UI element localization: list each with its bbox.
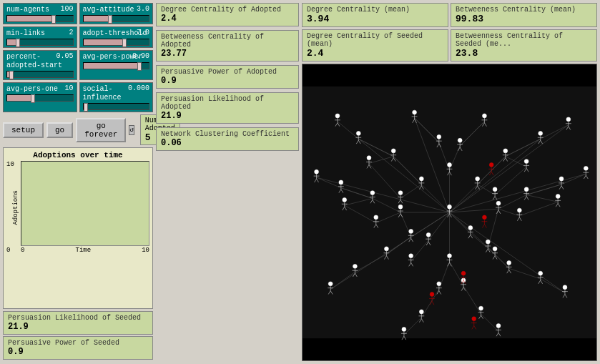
svg-point-178 — [356, 131, 360, 135]
go-button[interactable]: go — [46, 122, 73, 138]
persuasion-likelihood-adopted-box: Persuasion Likelihood of Adopted 21.9 — [156, 92, 299, 124]
svg-point-213 — [479, 306, 483, 310]
betweeness-centrality-mean-box: Betweeness Centrality (mean) 99.83 — [451, 3, 597, 27]
slider-min-links[interactable]: min-links 2 — [3, 26, 77, 48]
svg-point-333 — [489, 163, 493, 167]
persuasive-power-seeded-label: Persuasive Power of Seeded — [8, 339, 148, 347]
bottom-left-metrics: Persuasion Likelihood of Seeded 21.9 Per… — [3, 311, 153, 361]
svg-point-233 — [566, 117, 571, 122]
svg-point-313 — [556, 195, 560, 199]
persuasive-power-adopted-label: Persuasive Power of Adopted — [161, 68, 294, 76]
persuasion-likelihood-adopted-value: 21.9 — [161, 111, 294, 121]
chart-x-label: Time — [75, 247, 91, 254]
slider-avg-attitude[interactable]: avg-attitude 3.0 — [79, 3, 154, 24]
chart-y-min: 0 — [6, 247, 19, 254]
betweeness-centrality-mean-label: Betweeness Centrality (mean) — [456, 6, 592, 14]
network-clustering-value: 0.06 — [161, 138, 294, 148]
network-clustering-label: Network Clustering Coefficient — [161, 130, 294, 138]
svg-point-143 — [524, 187, 528, 192]
chart-x-min: 0 — [21, 247, 24, 254]
slider-row-2: min-links 2 adopt-threshold 7.0 — [3, 26, 153, 48]
persuasive-power-adopted-value: 0.9 — [161, 76, 294, 86]
network-visualization — [302, 64, 597, 361]
svg-point-123 — [486, 240, 490, 244]
persuasive-power-seeded-value: 0.9 — [8, 347, 148, 357]
svg-point-268 — [398, 191, 403, 195]
svg-point-103 — [496, 201, 501, 205]
svg-point-188 — [339, 180, 343, 185]
svg-point-158 — [437, 282, 441, 286]
svg-point-198 — [413, 110, 417, 114]
svg-point-173 — [507, 261, 511, 265]
chart-title: Adoptions over time — [6, 151, 149, 159]
svg-point-263 — [563, 285, 567, 290]
svg-point-243 — [584, 166, 588, 170]
go-forever-checkbox[interactable]: ↺ — [129, 125, 134, 135]
persuasive-power-seeded-box: Persuasive Power of Seeded 0.9 — [3, 336, 153, 360]
svg-point-98 — [398, 205, 403, 209]
slider-avg-pers-power[interactable]: avg-pers-power 0.90 — [79, 50, 154, 80]
adoptions-chart: Adoptions over time 10 Adoptions 0 0 Tim… — [3, 147, 153, 309]
network-clustering-box: Network Clustering Coefficient 0.06 — [156, 127, 299, 151]
svg-point-118 — [409, 229, 413, 233]
slider-social-influence[interactable]: social-influence 0.000 — [79, 82, 154, 112]
persuasion-likelihood-seeded-box: Persuasion Likelihood of Seeded 21.9 — [3, 311, 153, 335]
chart-y-label: Adoptions — [6, 190, 19, 225]
slider-avg-pers-one[interactable]: avg-pers-one 10 — [3, 82, 77, 112]
svg-point-73 — [448, 205, 452, 209]
persuasion-likelihood-seeded-value: 21.9 — [8, 322, 148, 332]
svg-point-168 — [384, 247, 388, 251]
svg-point-113 — [448, 254, 452, 258]
degree-centrality-adopted-label: Degree Centrality of Adopted — [161, 6, 294, 14]
betweeness-centrality-adopted-label: Betweeness Centrality of Adopted — [161, 33, 294, 49]
svg-point-108 — [448, 163, 452, 167]
degree-centrality-seeded-mean-value: 2.4 — [307, 48, 443, 59]
middle-panel: Degree Centrality of Adopted 2.4 Between… — [156, 3, 299, 361]
betweenness-centrality-seeded-mean-value: 23.8 — [456, 48, 592, 59]
svg-point-318 — [482, 215, 486, 220]
slider-percent-adopted-start[interactable]: percent-adopted-start 0.05 — [3, 50, 77, 80]
persuasive-power-adopted-box: Persuasive Power of Adopted 0.9 — [156, 65, 299, 89]
chart-x-max: 10 — [142, 247, 149, 254]
svg-point-138 — [370, 191, 375, 195]
setup-button[interactable]: setup — [3, 122, 44, 138]
network-svg — [303, 64, 596, 360]
top-stats-grid: Degree Centrality (mean) 3.94 Betweeness… — [302, 3, 597, 62]
svg-point-328 — [472, 317, 476, 321]
degree-centrality-seeded-mean-label: Degree Centrality of Seeded (mean) — [307, 32, 443, 48]
svg-point-338 — [430, 292, 434, 297]
go-forever-button[interactable]: go forever — [76, 118, 126, 142]
svg-point-193 — [559, 177, 564, 181]
svg-point-293 — [517, 208, 521, 212]
svg-point-133 — [503, 149, 508, 153]
slider-adopt-threshold[interactable]: adopt-threshold 7.0 — [79, 26, 154, 48]
svg-point-83 — [476, 177, 480, 181]
buttons-row: setup go go forever ↺ Number Adopted 5 — [3, 114, 153, 145]
svg-point-303 — [524, 159, 528, 164]
svg-point-228 — [335, 114, 340, 118]
svg-point-128 — [391, 149, 395, 153]
svg-point-283 — [409, 254, 413, 258]
persuasion-likelihood-seeded-label: Persuasion Likelihood of Seeded — [8, 314, 148, 322]
slider-row-4: avg-pers-one 10 social-influence 0.000 — [3, 82, 153, 112]
degree-centrality-mean-label: Degree Centrality (mean) — [307, 6, 443, 14]
chart-inner — [21, 161, 149, 246]
svg-point-298 — [367, 156, 371, 160]
chart-y-max: 10 — [6, 161, 19, 168]
degree-centrality-mean-value: 3.94 — [307, 14, 443, 24]
slider-row-3: percent-adopted-start 0.05 avg-pers-powe… — [3, 50, 153, 80]
degree-centrality-seeded-mean-box: Degree Centrality of Seeded (mean) 2.4 — [302, 29, 448, 62]
svg-point-88 — [468, 226, 473, 230]
svg-point-253 — [496, 324, 501, 328]
top-right-area: Degree Centrality (mean) 3.94 Betweeness… — [302, 3, 597, 361]
svg-point-93 — [426, 232, 431, 237]
svg-point-308 — [343, 197, 347, 202]
svg-point-78 — [419, 177, 423, 181]
betweenness-centrality-seeded-mean-box: Betweenness Centrality of Seeded (me... … — [451, 29, 597, 62]
svg-point-288 — [374, 215, 378, 220]
svg-point-248 — [402, 327, 406, 331]
svg-point-153 — [458, 138, 462, 142]
svg-point-278 — [493, 247, 497, 251]
svg-point-203 — [482, 114, 486, 118]
slider-num-agents[interactable]: num-agents 100 — [3, 3, 77, 24]
